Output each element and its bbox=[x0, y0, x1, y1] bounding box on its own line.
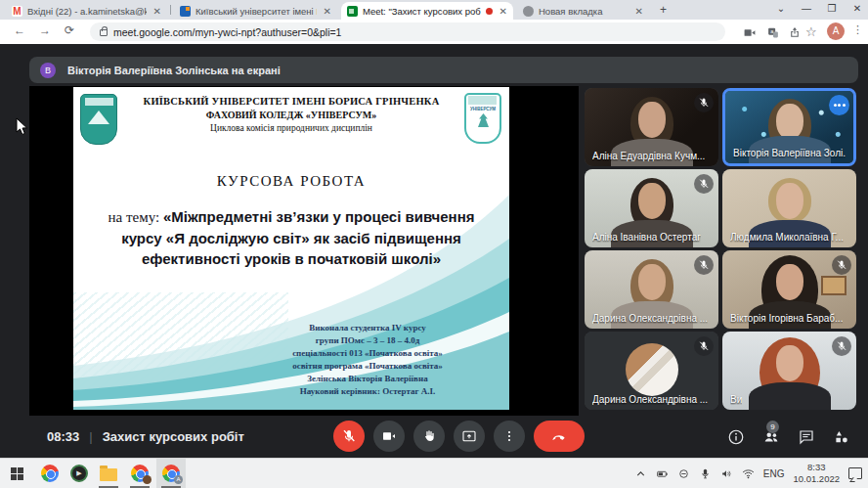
tab-title: Вхідні (22) - a.kaminetska@kubg bbox=[27, 6, 147, 17]
tray-date: 10.01.2022 bbox=[793, 473, 840, 484]
taskbar-chrome-active[interactable]: A bbox=[156, 459, 186, 488]
bookmark-star-icon[interactable]: ☆ bbox=[805, 24, 819, 37]
window-maximize-button[interactable]: ❐ bbox=[819, 0, 845, 20]
participant-tile-presenter[interactable]: Вікторія Валеріївна Золі... bbox=[722, 88, 856, 166]
participant-tile[interactable]: Дарина Олександрівна ... bbox=[585, 250, 718, 329]
translate-icon[interactable]: a bbox=[766, 25, 780, 38]
tile-more-options-icon[interactable] bbox=[829, 95, 849, 115]
university-favicon bbox=[180, 6, 191, 17]
meeting-details-icon[interactable] bbox=[727, 428, 745, 446]
gmail-icon: M bbox=[12, 6, 22, 17]
forward-button[interactable]: → bbox=[39, 23, 51, 37]
mic-muted-icon bbox=[694, 174, 714, 194]
participants-grid: Аліна Едуардівна Кучм... Вікторія Валері… bbox=[585, 88, 856, 410]
participant-name: Людмила Миколаївна Г... bbox=[730, 232, 844, 243]
taskbar-media-player[interactable]: ▶ bbox=[65, 459, 94, 488]
mic-muted-icon bbox=[694, 93, 714, 112]
browser-tab-strip: M Вхідні (22) - a.kaminetska@kubg ✕ Київ… bbox=[0, 0, 868, 20]
recording-dot-icon bbox=[486, 8, 493, 15]
presenting-banner-text: Вікторія Валеріївна Золінська на екрані bbox=[67, 65, 281, 76]
meet-control-bar: 08:33 | Захист курсових робіт 9 bbox=[0, 416, 868, 458]
author-line: спеціальності 013 «Початкова освіта» bbox=[239, 347, 496, 360]
theme-text: «Міжпредметні зв’язки у процесі вивчення… bbox=[121, 208, 474, 267]
college-name: ФАХОВИЙ КОЛЕДЖ «УНІВЕРСУМ» bbox=[120, 110, 462, 120]
mic-muted-icon bbox=[694, 255, 714, 275]
back-button[interactable]: ← bbox=[14, 23, 25, 37]
tab-close-icon[interactable]: ✕ bbox=[498, 6, 507, 17]
tab-gmail[interactable]: M Вхідні (22) - a.kaminetska@kubg ✕ bbox=[6, 2, 167, 20]
divider: | bbox=[89, 429, 92, 444]
microphone-tray-icon[interactable] bbox=[699, 467, 712, 480]
language-indicator[interactable]: ENG bbox=[763, 468, 785, 479]
meeting-name: Захист курсових робіт bbox=[103, 429, 244, 444]
participant-name: Дарина Олександрівна ... bbox=[592, 394, 708, 405]
taskbar-chrome-2[interactable] bbox=[125, 459, 154, 488]
raise-hand-button[interactable] bbox=[413, 421, 445, 452]
present-screen-button[interactable] bbox=[454, 421, 485, 452]
browser-profile-avatar[interactable]: A bbox=[827, 22, 845, 40]
new-tab-button[interactable]: + bbox=[657, 4, 670, 17]
action-center-icon[interactable] bbox=[848, 467, 862, 479]
clock[interactable]: 8:33 10.01.2022 bbox=[793, 462, 840, 485]
meet-icon bbox=[347, 6, 358, 17]
university-left-logo bbox=[80, 94, 117, 145]
camera-button[interactable] bbox=[373, 421, 405, 452]
participant-tile[interactable]: Аліна Іванівна Остертаг bbox=[585, 169, 718, 247]
more-options-button[interactable] bbox=[494, 421, 525, 452]
address-bar[interactable]: meet.google.com/myn-ywci-npt?authuser=0&… bbox=[90, 22, 725, 41]
tab-close-icon[interactable]: ✕ bbox=[322, 6, 331, 17]
browser-menu-icon[interactable]: ⋮ bbox=[852, 23, 863, 36]
participant-tile[interactable]: Людмила Миколаївна Г... bbox=[722, 169, 856, 247]
chat-icon[interactable] bbox=[798, 428, 815, 446]
tab-title: Meet: "Захист курсових роб bbox=[363, 6, 481, 17]
slide-header: КИЇВСЬКИЙ УНІВЕРСИТЕТ ІМЕНІ БОРИСА ГРІНЧ… bbox=[120, 96, 462, 133]
participant-tile[interactable]: Аліна Едуардівна Кучм... bbox=[585, 88, 718, 166]
self-view-tile[interactable]: Ви bbox=[722, 332, 856, 410]
speaker-icon[interactable] bbox=[720, 467, 733, 480]
tab-meet-active[interactable]: Meet: "Захист курсових роб ✕ bbox=[341, 2, 513, 20]
mic-off-button[interactable] bbox=[333, 421, 365, 452]
share-icon[interactable] bbox=[788, 25, 802, 38]
participant-tile[interactable]: Дарина Олександрівна ... bbox=[585, 332, 718, 410]
hidden-icons-chevron-icon[interactable] bbox=[634, 467, 647, 480]
activities-icon[interactable] bbox=[833, 428, 850, 446]
tray-time: 8:33 bbox=[807, 462, 826, 472]
end-call-button[interactable] bbox=[534, 421, 585, 452]
taskbar-file-explorer[interactable] bbox=[94, 459, 123, 488]
chevron-down-icon[interactable]: ⌄ bbox=[768, 0, 794, 20]
wifi-icon[interactable] bbox=[742, 467, 755, 480]
participant-name: Ви bbox=[730, 394, 742, 405]
college-right-logo: УНІВЕРСУМ bbox=[464, 93, 501, 144]
battery-icon[interactable] bbox=[656, 467, 669, 480]
presentation-slide: УНІВЕРСУМ КИЇВСЬКИЙ УНІВЕРСИТЕТ ІМЕНІ БО… bbox=[73, 87, 509, 410]
tab-close-icon[interactable]: ✕ bbox=[152, 6, 161, 17]
window-minimize-button[interactable]: — bbox=[794, 0, 819, 20]
meet-right-controls: 9 bbox=[727, 416, 850, 458]
chrome-icon bbox=[41, 465, 59, 482]
tab-close-icon[interactable]: ✕ bbox=[633, 6, 643, 17]
participant-name: Дарина Олександрівна ... bbox=[592, 313, 708, 324]
profile-badge: A bbox=[174, 475, 183, 484]
participant-name: Вікторія Валеріївна Золі... bbox=[733, 148, 846, 158]
chrome-icon bbox=[131, 465, 149, 482]
taskbar-chrome-1[interactable] bbox=[35, 459, 65, 488]
window-close-button[interactable]: ✕ bbox=[845, 0, 868, 20]
slide-author-block: Виконала студентка IV курсу групи ПОмс –… bbox=[239, 322, 496, 398]
tab-university[interactable]: Київський університет імені Бор ✕ bbox=[174, 2, 337, 20]
media-player-icon: ▶ bbox=[70, 465, 88, 482]
chrome-icon: A bbox=[162, 465, 180, 482]
screen-share-region: УНІВЕРСУМ КИЇВСЬКИЙ УНІВЕРСИТЕТ ІМЕНІ БО… bbox=[29, 86, 579, 416]
participants-icon[interactable]: 9 bbox=[762, 428, 780, 446]
reload-button[interactable]: ⟳ bbox=[65, 23, 74, 37]
participant-name: Вікторія Ігорівна Бараб... bbox=[730, 313, 843, 324]
onedrive-icon[interactable] bbox=[677, 467, 690, 480]
tab-newtab[interactable]: Новая вкладка ✕ bbox=[517, 2, 649, 20]
commission-name: Циклова комісія природничих дисциплін bbox=[120, 123, 462, 133]
mic-muted-icon bbox=[832, 336, 851, 356]
camera-in-use-icon[interactable] bbox=[743, 25, 757, 38]
participant-tile[interactable]: Вікторія Ігорівна Бараб... bbox=[722, 250, 856, 329]
secure-lock-icon bbox=[100, 29, 108, 36]
call-controls bbox=[333, 421, 585, 452]
start-button[interactable] bbox=[2, 459, 31, 488]
profile-badge bbox=[143, 475, 152, 484]
